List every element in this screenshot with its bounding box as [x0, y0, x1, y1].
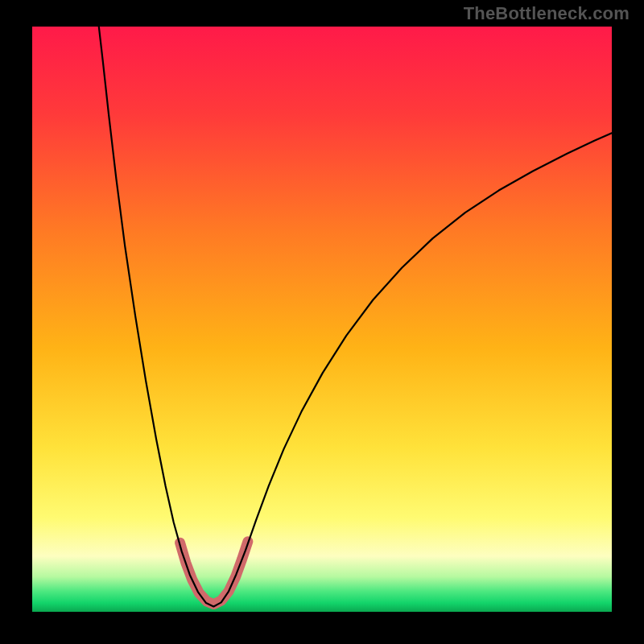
watermark-text: TheBottleneck.com	[464, 3, 630, 24]
plot-frame	[32, 27, 612, 612]
plot-svg	[32, 27, 612, 612]
gradient-background	[32, 27, 612, 612]
chart-stage: TheBottleneck.com	[0, 0, 644, 644]
